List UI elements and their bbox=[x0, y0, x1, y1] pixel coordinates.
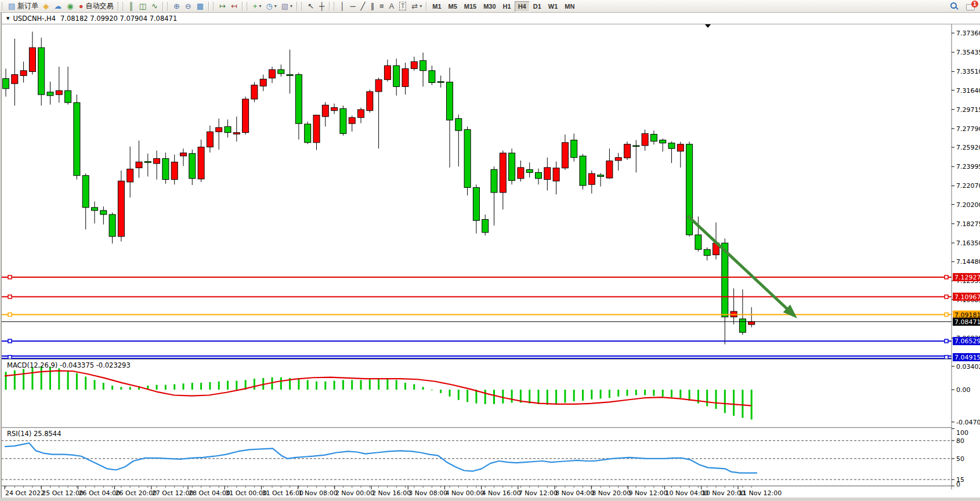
equidistant-channel-button[interactable]: ∥ bbox=[368, 1, 377, 12]
chevron-down-icon[interactable]: ▾ bbox=[420, 3, 422, 9]
gem-icon-button[interactable]: ◆ bbox=[41, 1, 52, 12]
timeframe-w1-button[interactable]: W1 bbox=[545, 1, 562, 12]
candle-body[interactable] bbox=[349, 118, 355, 124]
candle-body[interactable] bbox=[509, 153, 515, 180]
candle-body[interactable] bbox=[437, 82, 444, 83]
candle-body[interactable] bbox=[562, 143, 568, 168]
candle-body[interactable] bbox=[20, 71, 27, 76]
candle-body[interactable] bbox=[606, 161, 613, 178]
candle-body[interactable] bbox=[100, 210, 107, 215]
zoom-in-button[interactable]: ⊕ bbox=[171, 1, 183, 12]
level-drag-handle[interactable] bbox=[945, 355, 948, 359]
level-drag-handle[interactable] bbox=[8, 313, 12, 317]
candle-body[interactable] bbox=[544, 168, 551, 180]
timeframe-d1-button[interactable]: D1 bbox=[530, 1, 545, 12]
candle-body[interactable] bbox=[278, 70, 284, 74]
candle-body[interactable] bbox=[295, 75, 302, 124]
level-drag-handle[interactable] bbox=[8, 355, 12, 359]
chart-collapse-icon[interactable]: ▼ bbox=[6, 16, 9, 21]
candle-body[interactable] bbox=[3, 79, 9, 89]
candle-body[interactable] bbox=[598, 175, 604, 177]
candlestick-button[interactable]: ◫ bbox=[137, 1, 149, 12]
text-button[interactable]: A bbox=[387, 1, 397, 12]
level-drag-handle[interactable] bbox=[8, 295, 12, 299]
level-drag-handle[interactable] bbox=[8, 339, 12, 343]
horizontal-line-button[interactable]: ─ bbox=[348, 1, 358, 12]
candle-body[interactable] bbox=[447, 82, 453, 120]
chevron-down-icon[interactable]: ▾ bbox=[259, 3, 261, 9]
chart-canvas[interactable]: 7.373607.354357.335107.316407.297157.277… bbox=[1, 23, 980, 498]
chart-titlebar[interactable]: ▼ USDCNH-,H4 7.08182 7.09920 7.07904 7.0… bbox=[1, 12, 980, 24]
level-drag-handle[interactable] bbox=[945, 313, 948, 317]
candle-body[interactable] bbox=[331, 108, 338, 111]
auto-scroll-button[interactable]: ↦ bbox=[217, 1, 229, 12]
candle-body[interactable] bbox=[411, 61, 417, 68]
candle-body[interactable] bbox=[65, 90, 71, 103]
candle-body[interactable] bbox=[269, 70, 276, 78]
candle-body[interactable] bbox=[154, 158, 160, 164]
line-chart-button[interactable]: ∿ bbox=[149, 1, 161, 12]
candle-body[interactable] bbox=[660, 140, 666, 143]
candle-body[interactable] bbox=[38, 48, 45, 95]
candle-body[interactable] bbox=[171, 162, 178, 179]
candle-body[interactable] bbox=[375, 79, 382, 92]
periods-button[interactable]: ◷▾ bbox=[263, 1, 279, 12]
vertical-line-button[interactable]: │ bbox=[338, 1, 348, 12]
zoom-out-button[interactable]: ⊖ bbox=[183, 1, 194, 12]
templates-button[interactable]: ▧▾ bbox=[279, 1, 295, 12]
candle-body[interactable] bbox=[393, 66, 400, 86]
candle-body[interactable] bbox=[127, 169, 133, 181]
candle-body[interactable] bbox=[136, 162, 142, 168]
level-drag-handle[interactable] bbox=[945, 275, 948, 279]
level-drag-handle[interactable] bbox=[945, 339, 948, 343]
candle-body[interactable] bbox=[429, 71, 435, 83]
indicators-button[interactable]: +▾ bbox=[251, 1, 264, 12]
candle-body[interactable] bbox=[615, 158, 621, 161]
candle-body[interactable] bbox=[56, 90, 62, 95]
level-drag-handle[interactable] bbox=[945, 295, 948, 299]
candle-body[interactable] bbox=[313, 115, 320, 142]
candle-body[interactable] bbox=[580, 156, 586, 186]
candle-body[interactable] bbox=[748, 322, 755, 325]
crosshair-button[interactable]: ┼ bbox=[317, 1, 327, 12]
candle-body[interactable] bbox=[624, 144, 631, 158]
charts-cloud-button[interactable]: ☁ bbox=[52, 1, 64, 12]
new-order-button[interactable]: ▤新订单 bbox=[6, 1, 41, 12]
candle-body[interactable] bbox=[144, 162, 151, 163]
candle-body[interactable] bbox=[518, 168, 524, 179]
tile-windows-button[interactable]: ▦ bbox=[194, 1, 207, 12]
search-icon[interactable] bbox=[950, 2, 958, 10]
trendline-button[interactable]: ╱ bbox=[359, 1, 368, 12]
candle-body[interactable] bbox=[571, 140, 577, 158]
candle-body[interactable] bbox=[402, 68, 408, 86]
candle-body[interactable] bbox=[47, 92, 53, 96]
candle-body[interactable] bbox=[482, 220, 489, 233]
candle-body[interactable] bbox=[642, 133, 648, 146]
candle-body[interactable] bbox=[704, 249, 710, 255]
candle-body[interactable] bbox=[233, 133, 240, 135]
candle-body[interactable] bbox=[384, 66, 390, 79]
timeframe-h1-button[interactable]: H1 bbox=[500, 1, 515, 12]
candle-body[interactable] bbox=[695, 235, 701, 249]
candle-body[interactable] bbox=[92, 208, 98, 210]
candle-body[interactable] bbox=[464, 129, 471, 187]
chevron-down-icon[interactable]: ▾ bbox=[290, 3, 292, 9]
candle-body[interactable] bbox=[677, 144, 684, 151]
candle-body[interactable] bbox=[82, 176, 89, 208]
timeframe-m5-button[interactable]: M5 bbox=[445, 1, 461, 12]
candle-body[interactable] bbox=[322, 105, 328, 117]
autotrading-button[interactable]: ●自动交易 bbox=[77, 1, 116, 12]
candle-body[interactable] bbox=[207, 132, 213, 147]
candle-body[interactable] bbox=[633, 146, 639, 147]
candle-body[interactable] bbox=[668, 143, 675, 148]
candle-body[interactable] bbox=[588, 173, 595, 184]
timeframe-h4-button[interactable]: H4 bbox=[515, 1, 530, 12]
cursor-button[interactable]: ↖ bbox=[305, 1, 317, 12]
candle-body[interactable] bbox=[500, 153, 506, 193]
signals-button[interactable]: ◉ bbox=[64, 1, 76, 12]
candle-body[interactable] bbox=[340, 108, 346, 133]
chart-shift-button[interactable]: ↤ bbox=[229, 1, 240, 12]
candle-body[interactable] bbox=[358, 110, 364, 118]
candle-body[interactable] bbox=[198, 147, 204, 179]
candle-body[interactable] bbox=[29, 48, 35, 71]
